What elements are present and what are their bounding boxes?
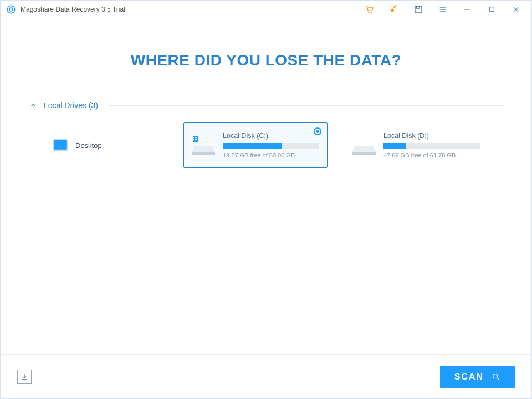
minimize-button[interactable]	[455, 1, 479, 18]
drive-icon	[352, 135, 376, 155]
menu-button[interactable]	[431, 1, 455, 18]
svg-rect-15	[54, 140, 67, 150]
drive-label: Desktop	[75, 141, 158, 150]
disk-tools-button[interactable]	[406, 1, 431, 18]
download-icon	[21, 373, 28, 381]
drive-label: Local Disk (D:)	[383, 132, 480, 140]
save-icon	[414, 5, 423, 14]
svg-point-30	[493, 374, 498, 378]
svg-point-3	[371, 12, 372, 13]
selection-radio	[314, 127, 321, 135]
close-button[interactable]	[504, 1, 528, 18]
maximize-button[interactable]	[479, 1, 504, 18]
maximize-icon	[488, 6, 495, 13]
system-drive-icon	[192, 135, 215, 155]
svg-rect-25	[192, 152, 215, 155]
search-icon	[492, 372, 500, 381]
svg-marker-26	[352, 146, 376, 152]
svg-rect-19	[195, 137, 196, 138]
drive-label: Local Disk (C:)	[223, 132, 319, 140]
svg-point-4	[391, 8, 394, 12]
chevron-up-icon	[30, 102, 37, 109]
svg-rect-7	[417, 6, 420, 8]
svg-line-31	[497, 378, 499, 380]
svg-rect-16	[53, 150, 68, 151]
section-title: Local Drives (3)	[44, 101, 98, 110]
svg-point-0	[7, 6, 15, 13]
drive-free-text: 19.27 GB free of 50.00 GB	[223, 152, 319, 158]
usage-bar	[223, 143, 319, 149]
usage-fill	[223, 143, 282, 149]
svg-rect-21	[193, 139, 194, 140]
drives-list: Desktop Local Disk (C:)	[28, 122, 504, 168]
svg-rect-22	[195, 139, 196, 140]
activate-button[interactable]	[382, 1, 406, 18]
key-icon	[389, 4, 399, 14]
footer: SCAN	[1, 354, 531, 398]
drive-desktop[interactable]: Desktop	[45, 122, 167, 168]
collapse-toggle[interactable]	[28, 100, 38, 110]
svg-point-1	[9, 8, 13, 11]
import-button[interactable]	[17, 370, 32, 384]
main-content: WHERE DID YOU LOSE THE DATA? Local Drive…	[1, 18, 531, 354]
drive-local-c[interactable]: Local Disk (C:) 19.27 GB free of 50.00 G…	[183, 122, 328, 168]
scan-label: SCAN	[454, 372, 484, 382]
app-window: Magoshare Data Recovery 3.5 Trial	[0, 0, 532, 399]
drive-free-text: 47.69 GB free of 61.78 GB	[383, 152, 480, 158]
scan-button[interactable]: SCAN	[440, 366, 515, 388]
svg-rect-23	[196, 139, 197, 140]
titlebar: Magoshare Data Recovery 3.5 Trial	[1, 1, 531, 18]
hamburger-icon	[438, 5, 447, 14]
svg-rect-5	[393, 4, 397, 8]
drive-local-d[interactable]: Local Disk (D:) 47.69 GB free of 61.78 G…	[344, 122, 488, 168]
close-icon	[512, 6, 520, 13]
minimize-icon	[463, 6, 471, 13]
svg-rect-20	[196, 137, 197, 138]
store-button[interactable]	[357, 1, 382, 18]
divider	[108, 105, 504, 106]
usage-fill	[383, 143, 406, 149]
page-headline: WHERE DID YOU LOSE THE DATA?	[28, 52, 504, 69]
usage-bar	[383, 143, 480, 149]
svg-rect-18	[193, 137, 194, 138]
svg-rect-27	[352, 152, 376, 155]
app-title: Magoshare Data Recovery 3.5 Trial	[21, 6, 125, 13]
svg-rect-12	[489, 7, 494, 12]
svg-point-2	[368, 12, 369, 13]
local-drives-section-header: Local Drives (3)	[28, 100, 504, 110]
app-logo-icon	[6, 4, 16, 14]
cart-icon	[365, 4, 375, 14]
svg-marker-24	[192, 146, 215, 152]
svg-rect-6	[415, 6, 422, 13]
desktop-icon	[53, 139, 68, 151]
